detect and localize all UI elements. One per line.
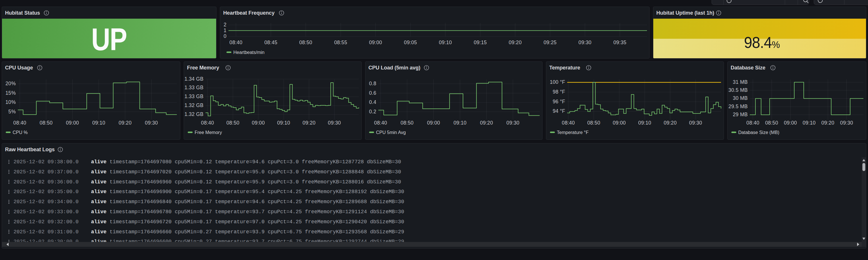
svg-text:09:20: 09:20 [303, 120, 315, 126]
svg-text:08:40: 08:40 [13, 120, 26, 126]
svg-text:Temperature: Temperature [549, 65, 580, 71]
svg-text:09:00: 09:00 [427, 120, 440, 126]
svg-text:09:20: 09:20 [119, 120, 131, 126]
svg-text:98 °F: 98 °F [553, 89, 565, 95]
svg-text:09:20: 09:20 [480, 120, 493, 126]
svg-text:08:50: 08:50 [765, 120, 778, 126]
svg-text:09:30: 09:30 [689, 120, 702, 126]
svg-text:30.5 MB: 30.5 MB [728, 87, 748, 93]
svg-text:1.32 GB: 1.32 GB [185, 111, 204, 117]
svg-text:0: 0 [224, 33, 226, 39]
svg-text:29.5 MB: 29.5 MB [728, 104, 748, 109]
svg-text:96 °F: 96 °F [553, 99, 565, 104]
svg-text:1: 1 [224, 28, 226, 33]
svg-text:09:30: 09:30 [328, 120, 341, 126]
svg-text:09:20: 09:20 [822, 120, 834, 126]
svg-text:09:20: 09:20 [508, 40, 522, 45]
svg-text:20%: 20% [5, 80, 16, 86]
svg-text:09:30: 09:30 [578, 40, 591, 45]
svg-text:08:50: 08:50 [226, 120, 239, 126]
svg-text:08:40: 08:40 [201, 120, 214, 126]
svg-text:09:25: 09:25 [544, 40, 557, 45]
svg-text:10%: 10% [5, 99, 16, 105]
svg-text:09:30: 09:30 [145, 120, 158, 126]
svg-text:0.4: 0.4 [369, 99, 376, 105]
svg-text:CPU %: CPU % [12, 130, 28, 135]
svg-text:Free Memory: Free Memory [195, 130, 222, 135]
svg-text:Free Memory: Free Memory [187, 65, 220, 71]
svg-text:1.32 GB: 1.32 GB [185, 102, 204, 108]
svg-text:08:40: 08:40 [229, 40, 242, 45]
svg-text:09:20: 09:20 [663, 120, 677, 126]
svg-text:08:45: 08:45 [265, 40, 277, 45]
svg-text:0.2: 0.2 [369, 109, 376, 115]
svg-text:08:55: 08:55 [334, 40, 347, 45]
svg-text:Database Size (MB): Database Size (MB) [738, 130, 779, 135]
svg-text:Hubitat Status: Hubitat Status [5, 10, 40, 16]
svg-text:09:10: 09:10 [803, 120, 815, 126]
svg-text:09:10: 09:10 [454, 120, 466, 126]
svg-text:0.8: 0.8 [369, 80, 376, 86]
svg-text:08:50: 08:50 [401, 120, 414, 126]
svg-text:CPU Load (5min avg): CPU Load (5min avg) [369, 65, 421, 71]
svg-text:08:50: 08:50 [299, 40, 312, 45]
svg-text:2: 2 [224, 22, 226, 28]
svg-text:09:10: 09:10 [638, 120, 651, 126]
svg-text:30 MB: 30 MB [733, 95, 748, 101]
svg-text:08:50: 08:50 [40, 120, 53, 126]
svg-text:Hubitat Uptime (last 1h): Hubitat Uptime (last 1h) [656, 10, 714, 16]
svg-text:09:10: 09:10 [277, 120, 290, 126]
svg-text:09:30: 09:30 [840, 120, 853, 126]
svg-text:Raw Heartbeat Logs: Raw Heartbeat Logs [5, 147, 55, 152]
svg-text:Heartbeat Frequency: Heartbeat Frequency [223, 10, 275, 16]
svg-text:09:00: 09:00 [369, 40, 382, 45]
svg-text:09:00: 09:00 [784, 120, 797, 126]
svg-text:1.33 GB: 1.33 GB [185, 85, 204, 90]
svg-text:CPU 5min Avg: CPU 5min Avg [376, 130, 406, 135]
svg-text:09:10: 09:10 [92, 120, 105, 126]
svg-text:0.6: 0.6 [369, 90, 376, 96]
svg-text:5%: 5% [8, 109, 16, 115]
svg-text:1.34 GB: 1.34 GB [185, 76, 204, 82]
svg-text:09:15: 09:15 [474, 40, 487, 45]
svg-text:CPU Usage: CPU Usage [5, 65, 33, 71]
svg-text:31 MB: 31 MB [733, 79, 748, 85]
svg-text:Temperature °F: Temperature °F [557, 130, 589, 135]
svg-text:94 °F: 94 °F [553, 108, 565, 114]
svg-text:08:40: 08:40 [562, 120, 575, 126]
svg-text:08:40: 08:40 [374, 120, 387, 126]
svg-text:08:40: 08:40 [746, 120, 759, 126]
svg-text:09:00: 09:00 [252, 120, 265, 126]
svg-text:09:10: 09:10 [439, 40, 452, 45]
svg-text:Heartbeats/min: Heartbeats/min [234, 50, 265, 55]
svg-text:1.33 GB: 1.33 GB [185, 94, 204, 99]
svg-text:100 °F: 100 °F [550, 79, 565, 85]
svg-text:29 MB: 29 MB [733, 111, 748, 118]
svg-text:09:30: 09:30 [506, 120, 519, 126]
svg-text:08:50: 08:50 [587, 120, 600, 126]
svg-text:09:35: 09:35 [613, 40, 626, 45]
svg-text:Database Size: Database Size [731, 65, 766, 71]
svg-text:09:00: 09:00 [613, 120, 626, 126]
svg-text:09:05: 09:05 [404, 40, 417, 45]
svg-text:15%: 15% [5, 90, 16, 96]
svg-text:09:00: 09:00 [66, 120, 79, 126]
